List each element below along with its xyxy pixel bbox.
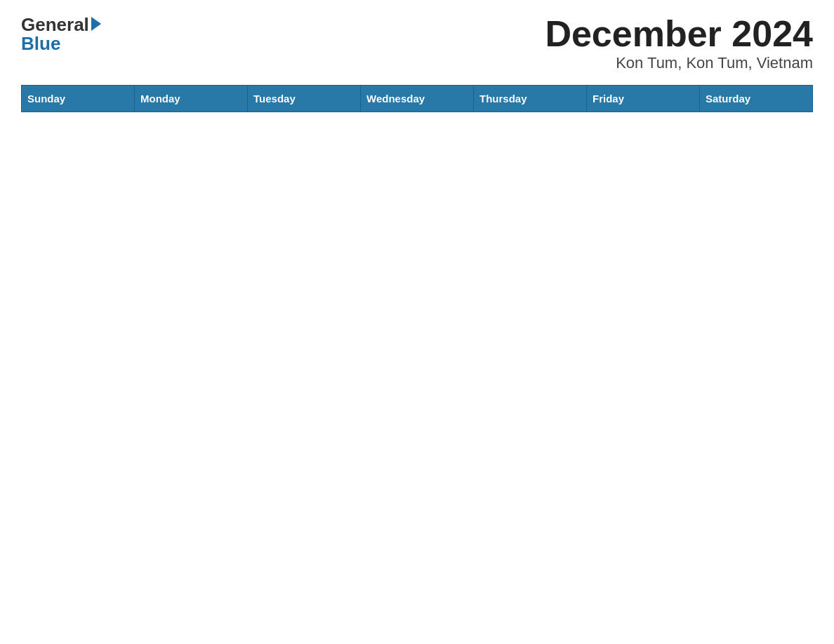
calendar-title: December 2024: [545, 14, 813, 54]
col-saturday: Saturday: [700, 86, 813, 112]
col-monday: Monday: [135, 86, 248, 112]
col-tuesday: Tuesday: [248, 86, 361, 112]
calendar-table: Sunday Monday Tuesday Wednesday Thursday…: [21, 85, 813, 112]
days-of-week-row: Sunday Monday Tuesday Wednesday Thursday…: [22, 86, 813, 112]
col-friday: Friday: [587, 86, 700, 112]
col-sunday: Sunday: [22, 86, 135, 112]
calendar-header: Sunday Monday Tuesday Wednesday Thursday…: [22, 86, 813, 112]
logo-arrow-icon: [91, 17, 101, 31]
logo: General Blue: [21, 14, 101, 53]
logo-blue-text: Blue: [21, 34, 101, 53]
calendar-title-block: December 2024 Kon Tum, Kon Tum, Vietnam: [545, 14, 813, 72]
page-header: General Blue December 2024 Kon Tum, Kon …: [21, 14, 813, 72]
col-wednesday: Wednesday: [361, 86, 474, 112]
col-thursday: Thursday: [474, 86, 587, 112]
calendar-subtitle: Kon Tum, Kon Tum, Vietnam: [545, 54, 813, 72]
